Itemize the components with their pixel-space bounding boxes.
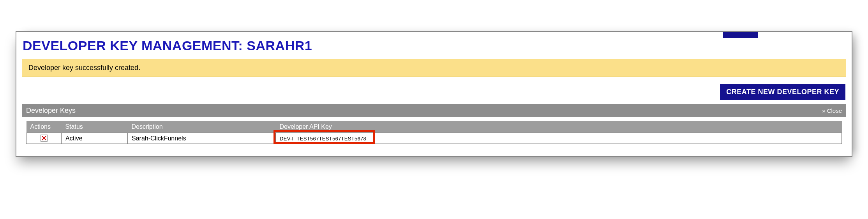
grid-body: Actions Status Description Developer API… [22,117,846,148]
success-notice: Developer key successfully created. [22,59,846,77]
col-header-description: Description [128,121,276,133]
api-key-value: TEST567TEST567TEST5678 [296,136,366,142]
col-header-status: Status [62,121,128,133]
api-key-text: DEV-ITEST567TEST567TEST5678 [280,136,366,142]
main-panel: DEVELOPER KEY MANAGEMENT: SARAHR1 Develo… [16,31,852,157]
table-header-row: Actions Status Description Developer API… [26,121,842,133]
page-title: DEVELOPER KEY MANAGEMENT: SARAHR1 [23,38,847,53]
toolbar: CREATE NEW DEVELOPER KEY [23,84,845,100]
api-key-prefix: DEV-I [280,136,293,142]
cell-status: Active [62,133,128,144]
developer-keys-grid: Developer Keys » Close Actions Status [22,104,846,148]
grid-title-bar: Developer Keys » Close [22,104,846,117]
partial-button-strip [723,32,758,38]
cell-api-key: DEV-ITEST567TEST567TEST5678 [276,133,842,144]
cell-actions [26,133,62,144]
table-row: Active Sarah-ClickFunnels DEV-ITEST567TE… [26,133,842,144]
col-header-api-key: Developer API Key [276,121,842,133]
grid-close-link[interactable]: » Close [822,107,842,114]
create-new-developer-key-button[interactable]: CREATE NEW DEVELOPER KEY [720,84,845,100]
col-header-actions: Actions [26,121,62,133]
developer-keys-table: Actions Status Description Developer API… [26,121,842,144]
cell-description: Sarah-ClickFunnels [128,133,276,144]
delete-icon[interactable] [41,135,48,142]
grid-title-text: Developer Keys [26,107,76,115]
